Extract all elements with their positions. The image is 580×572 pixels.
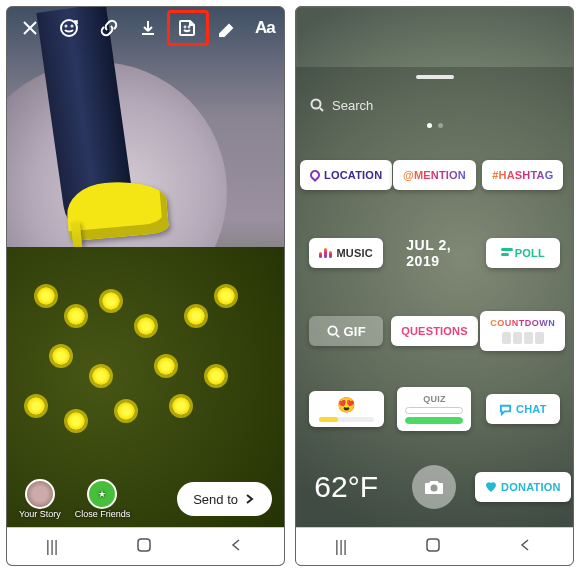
back-button[interactable] [229, 537, 245, 557]
date-label: JUL 2, 2019 [406, 237, 462, 269]
download-icon[interactable] [139, 17, 157, 39]
chat-sticker[interactable]: CHAT [486, 394, 560, 424]
questions-label: QUESTIONS [401, 325, 468, 337]
gif-sticker[interactable]: GIF [309, 316, 383, 346]
back-button[interactable] [518, 537, 534, 557]
location-label: LOCATION [324, 169, 382, 181]
svg-point-7 [328, 326, 336, 334]
temperature-sticker[interactable]: 62°F [314, 470, 378, 504]
location-pin-icon [308, 168, 322, 182]
search-placeholder: Search [332, 98, 373, 113]
close-friends-label: Close Friends [75, 509, 131, 519]
quiz-sticker[interactable]: QUIZ [397, 387, 471, 431]
slider-track [319, 417, 374, 422]
story-editor-screen: Aa Your Story ★ Close Friends Send to ||… [6, 6, 285, 566]
hashtag-sticker[interactable]: #HASHTAG [482, 160, 563, 190]
gif-label: GIF [344, 324, 366, 339]
svg-point-1 [66, 26, 67, 27]
sheet-grip[interactable] [416, 75, 454, 79]
link-icon[interactable] [99, 17, 119, 39]
donation-label: DONATION [501, 481, 560, 493]
svg-rect-9 [427, 539, 439, 551]
mention-sticker[interactable]: @MENTION [393, 160, 476, 190]
draw-icon[interactable] [217, 17, 235, 39]
your-story-button[interactable]: Your Story [19, 479, 61, 519]
countdown-bars-icon [502, 332, 544, 344]
recents-button[interactable]: ||| [335, 538, 347, 556]
poll-icon [501, 248, 511, 258]
music-sticker[interactable]: MUSIC [309, 238, 383, 268]
svg-rect-5 [138, 539, 150, 551]
sticker-button-highlight [167, 10, 209, 46]
emoji-slider-sticker[interactable]: 😍 [309, 391, 384, 427]
hashtag-label: #HASHTAG [492, 169, 553, 181]
story-toolbar: Aa [7, 7, 284, 49]
send-to-button[interactable]: Send to [177, 482, 272, 516]
page-dots [427, 123, 443, 128]
camera-icon [423, 476, 445, 498]
page-dot [438, 123, 443, 128]
chat-label: CHAT [516, 403, 547, 415]
home-button[interactable] [425, 537, 441, 557]
svg-point-2 [72, 26, 73, 27]
sticker-grid: LOCATION @MENTION #HASHTAG MUSIC JUL 2, … [308, 147, 561, 553]
music-bars-icon [319, 248, 332, 258]
sticker-picker-screen: Search LOCATION @MENTION #HASHTAG MUSIC … [295, 6, 574, 566]
questions-sticker[interactable]: QUESTIONS [391, 316, 478, 346]
sticker-search[interactable]: Search [310, 93, 559, 117]
android-nav-bar: ||| [7, 527, 284, 565]
your-story-label: Your Story [19, 509, 61, 519]
heart-icon [485, 481, 497, 493]
avatar [25, 479, 55, 509]
donation-sticker[interactable]: DONATION [475, 472, 570, 502]
story-bottom-bar: Your Story ★ Close Friends Send to [7, 479, 284, 519]
quiz-label: QUIZ [405, 394, 463, 404]
poll-sticker[interactable]: POLL [486, 238, 560, 268]
quiz-option [405, 407, 463, 414]
home-button[interactable] [136, 537, 152, 557]
quiz-option-correct [405, 417, 463, 424]
poll-label: POLL [515, 247, 545, 259]
temperature-label: 62°F [314, 470, 378, 503]
add-sticker-face-icon[interactable] [59, 17, 79, 39]
page-dot-active [427, 123, 432, 128]
svg-point-6 [312, 100, 321, 109]
countdown-label: COUNTDOWN [490, 318, 555, 328]
android-nav-bar: ||| [296, 527, 573, 565]
send-to-label: Send to [193, 492, 238, 507]
music-label: MUSIC [336, 247, 372, 259]
mention-label: @MENTION [403, 169, 466, 181]
heart-eyes-emoji: 😍 [337, 396, 356, 414]
countdown-sticker[interactable]: COUNTDOWN [480, 311, 565, 351]
location-sticker[interactable]: LOCATION [300, 160, 392, 190]
date-sticker[interactable]: JUL 2, 2019 [396, 238, 472, 268]
close-friends-button[interactable]: ★ Close Friends [75, 479, 131, 519]
text-tool-button[interactable]: Aa [255, 18, 275, 38]
svg-point-8 [431, 485, 438, 492]
camera-sticker[interactable] [412, 465, 456, 509]
recents-button[interactable]: ||| [46, 538, 58, 556]
star-icon: ★ [87, 479, 117, 509]
close-icon[interactable] [21, 17, 39, 39]
